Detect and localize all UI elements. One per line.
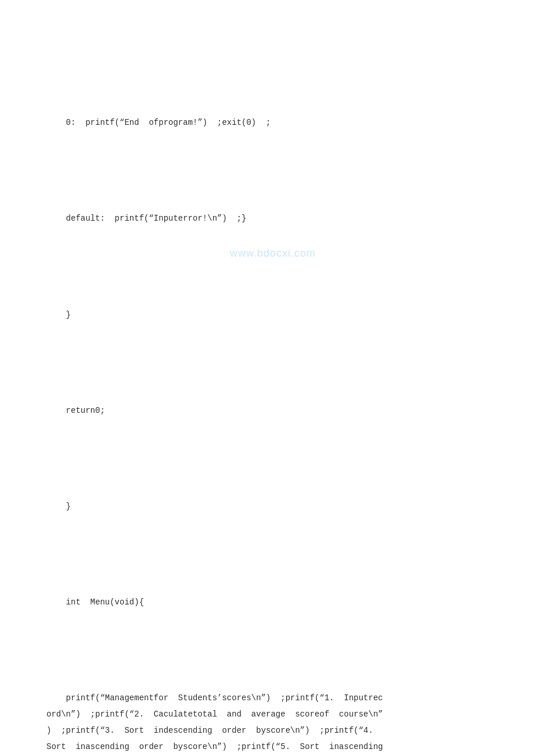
code-line-4: default: printf(“Inputerror!\n”) ;} xyxy=(46,210,499,226)
code-line-6: } xyxy=(46,307,499,323)
code-line-3 xyxy=(46,163,499,178)
code-line-1 xyxy=(46,67,499,82)
code-line-11 xyxy=(46,547,499,561)
code-line-8: return0; xyxy=(46,402,499,419)
code-line-2: 0: printf(“End ofprogram!”) ;exit(0) ; xyxy=(46,114,499,131)
code-line-9 xyxy=(46,451,499,466)
code-line-13 xyxy=(46,643,499,657)
code-line-10: } xyxy=(46,498,499,514)
code-line-12: int Menu(void){ xyxy=(46,594,499,610)
code-line-14: printf(“Managementfor Students’scores\n”… xyxy=(46,690,499,756)
code-line-5 xyxy=(46,259,499,273)
code-content: 0: printf(“End ofprogram!”) ;exit(0) ; d… xyxy=(46,35,499,756)
code-line-7 xyxy=(46,355,499,370)
